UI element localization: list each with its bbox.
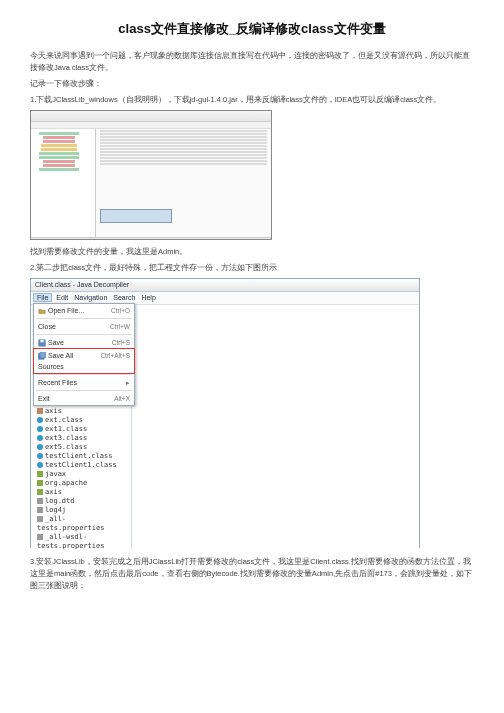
svg-rect-3 [40, 353, 46, 359]
tree-item[interactable]: axis [31, 407, 131, 416]
paragraph-find-var: 找到需要修改文件的变量，我这里是Admin。 [30, 246, 474, 258]
menu-edit[interactable]: Edit [56, 294, 68, 301]
menu-open-file[interactable]: Open File... Ctrl+O [34, 304, 134, 317]
tree-item[interactable]: javax [31, 470, 131, 479]
tree-item[interactable]: ext.class [31, 416, 131, 425]
menu-navigation[interactable]: Navigation [74, 294, 107, 301]
svg-rect-1 [40, 340, 43, 342]
screenshot-decompiler: Client.class - Java Decompiler File Edit… [30, 278, 420, 548]
file-menu-dropdown: Open File... Ctrl+O Close Ctrl+W Save Ct… [33, 303, 135, 406]
menu-exit[interactable]: Exit Alt+X [34, 392, 134, 405]
tree-item[interactable]: testClient.class [31, 452, 131, 461]
save-icon [38, 339, 46, 347]
menu-recent-files[interactable]: Recent Files ▸ [34, 376, 134, 389]
tree-item[interactable]: log.dtd [31, 497, 131, 506]
page-title: class文件直接修改_反编译修改class文件变量 [30, 20, 474, 38]
paragraph-steps-header: 记录一下修改步骤： [30, 78, 474, 90]
tree-item[interactable]: ext3.class [31, 434, 131, 443]
open-icon [38, 307, 46, 315]
paragraph-step1: 1.下载JClassLib_windows（自我明明），下载jd-gui-1.4… [30, 94, 474, 106]
tree-item[interactable]: org.apache [31, 479, 131, 488]
menu-search[interactable]: Search [113, 294, 135, 301]
save-all-icon [38, 352, 46, 360]
menu-help[interactable]: Help [141, 294, 155, 301]
tree-item[interactable]: _all-wsdl-tests.properties [31, 533, 131, 549]
menu-save-all-sources[interactable]: Save All Sources Ctrl+Alt+S [33, 348, 135, 374]
menu-close[interactable]: Close Ctrl+W [34, 320, 134, 333]
tree-item[interactable]: axis [31, 488, 131, 497]
tree-item[interactable]: ext1.class [31, 425, 131, 434]
tree-item[interactable]: _all-tests.properties [31, 515, 131, 533]
paragraph-step3: 3.安装JClassLib，安装完成之后用JClassLib打开需要修改的cla… [30, 556, 474, 592]
tree-item[interactable]: ext5.class [31, 443, 131, 452]
paragraph-intro: 今天来说同事遇到一个问题，客户现象的数据库连接信息直接写在代码中，连接的密码改了… [30, 50, 474, 74]
tree-item[interactable]: testClient1.class [31, 461, 131, 470]
paragraph-step2: 2.第二步把class文件，最好特殊，把工程文件存一份，方法如下图所示 [30, 262, 474, 274]
tree-item[interactable]: log4j [31, 506, 131, 515]
menu-file[interactable]: File [33, 293, 52, 302]
screenshot-ide [30, 110, 272, 240]
window-titlebar: Client.class - Java Decompiler [31, 279, 419, 292]
